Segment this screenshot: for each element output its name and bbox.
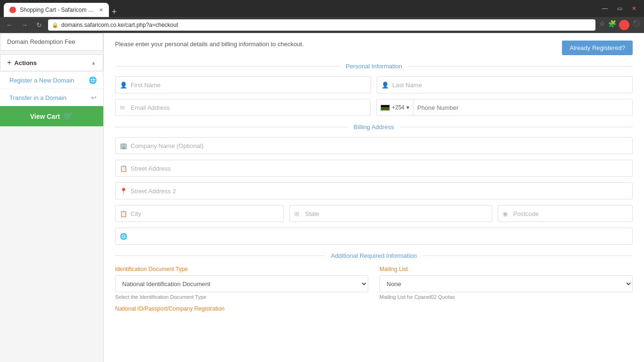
id-doc-col: Identification Document Type National Id… [115,266,368,300]
plus-icon: + [7,58,11,67]
extensions-icon[interactable]: 🧩 [608,20,616,30]
secure-icon: 🔒 [52,22,58,28]
transfer-domain-label: Transfer in a Domain [9,94,66,101]
mailing-list-hint: Mailing List for Cpanel02 Quotas [380,294,633,300]
first-name-group: 👤 [115,76,371,93]
street-input[interactable] [115,160,633,177]
close-button[interactable]: ✕ [628,3,640,14]
transfer-domain-link[interactable]: Transfer in a Domain ↩ [0,89,103,106]
address-bar: ← → ↻ 🔒 domains.safaricom.co.ke/cart.php… [0,17,644,33]
state-icon: ⊞ [294,210,299,217]
street-group: 📋 [115,160,633,177]
email-icon: ✉ [120,104,125,111]
last-name-group: 👤 [377,76,633,93]
map-icon: 📋 [120,165,127,172]
page-content: Domain Redemption Fee + Actions ▲ Regist… [0,33,644,362]
globe-small-icon: 🌐 [120,233,127,240]
phone-code: +254 [392,104,405,111]
street2-input[interactable] [115,182,633,199]
postcode-group: ◉ [498,205,633,222]
url-input[interactable]: 🔒 domains.safaricom.co.ke/cart.php?a=che… [48,19,595,31]
new-tab-button[interactable]: + [109,7,120,17]
billing-address-title: Billing Address [348,123,399,131]
active-tab[interactable]: Shopping Cart - Safaricom Clou... ✕ [4,3,109,17]
profile-avatar[interactable] [619,20,629,30]
dropdown-arrow-icon: ▾ [406,104,409,111]
national-id-label: National ID/Passport/Company Registratio… [115,305,633,312]
city-input[interactable] [115,205,284,222]
person-icon-2: 👤 [381,82,389,89]
main-content: Please enter your personal details and b… [104,33,644,362]
bookmark-icon[interactable]: ☆ [599,20,605,30]
postcode-input[interactable] [498,205,633,222]
cart-icon: 🛒 [64,112,73,121]
street2-group: 📍 [115,182,633,199]
person-icon: 👤 [120,82,127,89]
pin-icon: 📍 [120,188,127,195]
additional-fields-row: Identification Document Type National Id… [115,266,633,300]
tab-favicon [9,7,16,13]
minimize-button[interactable]: — [598,3,611,14]
checkout-header: Please enter your personal details and b… [115,41,633,55]
state-group: ⊞ [289,205,492,222]
checkout-message: Please enter your personal details and b… [115,41,304,48]
back-button[interactable]: ← [4,20,15,30]
already-registered-button[interactable]: Already Registered? [562,41,633,55]
phone-country-selector[interactable]: +254 ▾ [377,99,413,115]
url-text: domains.safaricom.co.ke/cart.php?a=check… [61,22,178,28]
additional-info-divider: Additional Required Information [115,252,633,259]
company-input[interactable] [115,137,633,154]
building-icon: 🏢 [120,142,127,149]
city-icon: 📋 [120,210,127,217]
city-group: 📋 [115,205,284,222]
last-name-input[interactable] [377,76,633,93]
domain-redemption-label: Domain Redemption Fee [7,38,75,45]
view-cart-button[interactable]: View Cart 🛒 [0,106,103,126]
mailing-list-col: Mailing List None Mailing List for Cpane… [380,266,633,300]
globe-icon: 🌐 [89,76,97,84]
personal-info-title: Personal Information [340,63,408,70]
email-input[interactable] [115,99,371,116]
personal-info-divider: Personal Information [115,63,633,70]
first-name-input[interactable] [115,76,371,93]
company-group: 🏢 [115,137,633,154]
tab-title: Shopping Cart - Safaricom Clou... [20,7,95,13]
tab-bar: Shopping Cart - Safaricom Clou... ✕ + [4,0,120,17]
city-state-row: 📋 ⊞ ◉ [115,205,633,222]
sidebar: Domain Redemption Fee + Actions ▲ Regist… [0,33,104,362]
id-doc-hint: Select the Identification Document Type [115,294,368,300]
actions-section: + Actions ▲ [0,54,103,71]
billing-address-divider: Billing Address [115,123,633,131]
menu-icon[interactable]: ⚫ [632,20,640,30]
phone-group: +254 ▾ [376,99,633,116]
register-domain-link[interactable]: Register a New Domain 🌐 [0,71,103,89]
kenya-flag-icon [380,105,390,111]
contact-row: ✉ +254 ▾ [115,99,633,116]
window-controls: — ▭ ✕ [598,3,640,14]
forward-button[interactable]: → [19,20,30,30]
view-cart-label: View Cart [30,113,60,120]
state-input[interactable] [289,205,492,222]
actions-left: + Actions [7,58,37,67]
postcode-icon: ◉ [503,210,508,217]
name-row: 👤 👤 [115,76,633,93]
browser-action-icons: ☆ 🧩 ⚫ [599,20,640,30]
id-doc-label: Identification Document Type [115,266,368,272]
mailing-list-select[interactable]: None [380,275,633,292]
domain-redemption-item: Domain Redemption Fee [0,33,103,50]
transfer-arrow-icon: ↩ [91,94,97,101]
id-doc-select[interactable]: National Identification Document [115,275,368,292]
browser-chrome: Shopping Cart - Safaricom Clou... ✕ + — … [0,0,644,17]
additional-info-title: Additional Required Information [325,252,422,259]
mailing-list-label: Mailing List [380,266,633,272]
tab-close-btn[interactable]: ✕ [99,7,103,13]
country-group: 🌐 Kenya [115,228,633,245]
register-domain-label: Register a New Domain [9,77,74,84]
maximize-button[interactable]: ▭ [613,3,626,14]
country-input[interactable]: Kenya [115,228,633,245]
chevron-up-icon: ▲ [91,60,96,66]
actions-label: Actions [14,59,37,66]
phone-input[interactable] [413,99,632,115]
email-group: ✉ [115,99,371,116]
reload-button[interactable]: ↻ [34,20,44,30]
